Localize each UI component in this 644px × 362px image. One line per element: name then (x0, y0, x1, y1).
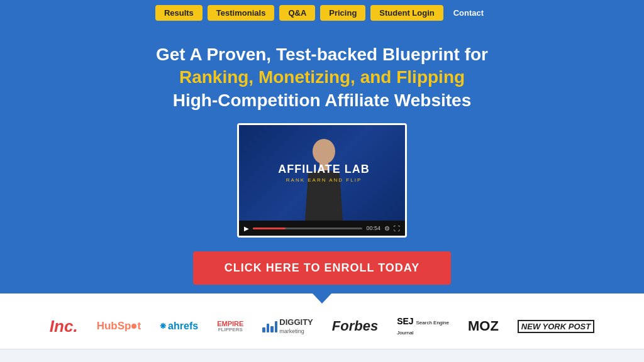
logo-forbes: Forbes (332, 318, 378, 334)
video-thumbnail: AFFILIATE LAB RANK EARN AND FLIP (239, 125, 407, 221)
chevron-down-icon (313, 293, 331, 304)
logo-empire: EMPIREFLIPPERS (217, 320, 243, 333)
logo-hubspot: HubSpt (97, 320, 141, 332)
logos-section: Inc. HubSpt ❋ ahrefs EMPIREFLIPPERS DIGG… (0, 304, 644, 349)
hero-title: Get A Proven, Test-backed Blueprint for … (13, 43, 631, 112)
nav-pricing[interactable]: Pricing (320, 5, 365, 21)
diggity-chart-icon (262, 320, 277, 332)
svg-point-0 (313, 139, 335, 164)
progress-bar[interactable] (253, 228, 362, 229)
video-title: AFFILIATE LAB (278, 163, 370, 176)
play-button[interactable]: ▶ (244, 225, 249, 232)
nav-results[interactable]: Results (155, 5, 203, 21)
progress-fill (253, 228, 286, 229)
enroll-button[interactable]: CLICK HERE TO ENROLL TODAY (193, 251, 451, 285)
hero-highlight: Ranking, Monetizing, and Flipping (179, 67, 465, 87)
nav-testimonials[interactable]: Testimonials (208, 5, 275, 21)
video-controls[interactable]: ▶ 00:54 ⚙ ⛶ (239, 221, 405, 236)
logo-inc: Inc. (50, 317, 78, 336)
nav-contact[interactable]: Contact (448, 5, 489, 21)
video-time: 00:54 (366, 225, 380, 231)
navigation: Results Testimonials Q&A Pricing Student… (0, 0, 644, 26)
nav-qa[interactable]: Q&A (279, 5, 315, 21)
logo-moz: MOZ (468, 318, 499, 334)
bottom-section: Hi. I'm Matt Diggity... 👉 In my former l… (0, 349, 644, 362)
video-player[interactable]: AFFILIATE LAB RANK EARN AND FLIP ▶ (237, 123, 407, 238)
logo-diggity: DIGGITYmarketing (262, 318, 313, 334)
logo-ahrefs: ❋ ahrefs (160, 321, 198, 332)
hero-section: Get A Proven, Test-backed Blueprint for … (0, 26, 644, 304)
nav-student-login[interactable]: Student Login (370, 5, 443, 21)
logo-new-york-post: NEW YORK POST (518, 320, 594, 333)
logo-sej: SEJ Search EngineJournal (397, 316, 449, 336)
fullscreen-icon[interactable]: ⛶ (394, 225, 400, 232)
video-subtitle: RANK EARN AND FLIP (278, 177, 370, 183)
settings-icon[interactable]: ⚙ (384, 225, 390, 232)
